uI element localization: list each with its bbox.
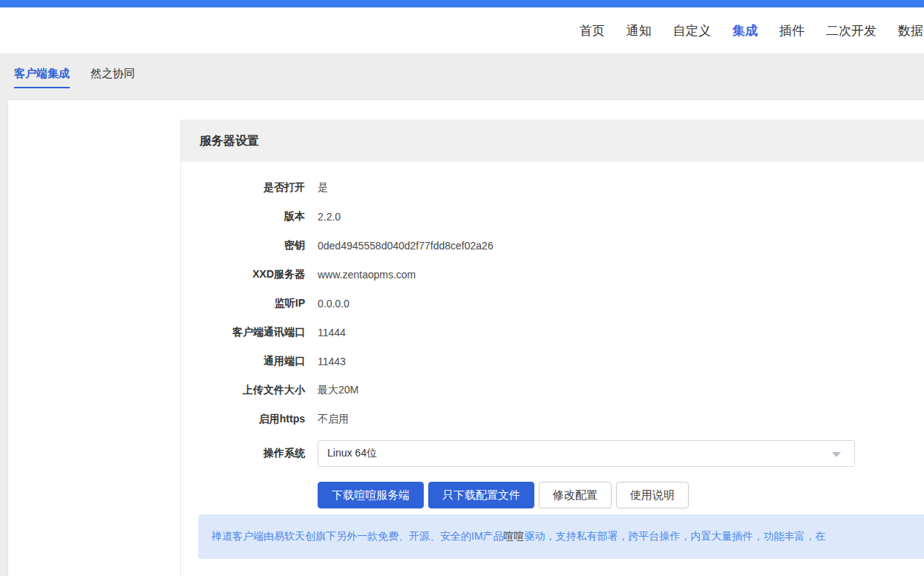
nav-item-extension[interactable]: 插件 [779, 22, 805, 39]
usage-help-button[interactable]: 使用说明 [616, 482, 689, 508]
content-panel: 服务器设置 是否打开 是 版本 2.2.0 密钥 0ded4945558d040… [7, 99, 924, 576]
field-value: 0.0.0.0 [318, 298, 350, 310]
nav-item-home[interactable]: 首页 [580, 22, 605, 39]
field-label: 监听IP [181, 297, 305, 310]
notice-text-after: 驱动，支持私有部署，跨平台操作，内置大量插件，功能丰富，在 [525, 530, 826, 543]
field-label: 启用https [181, 413, 305, 426]
form-row-version: 版本 2.2.0 [181, 202, 924, 231]
action-buttons: 下载喧喧服务端 只下载配置文件 修改配置 使用说明 [318, 482, 924, 508]
tab-client-integration[interactable]: 客户端集成 [14, 66, 70, 88]
field-label: 是否打开 [181, 181, 305, 194]
main-navbar: 首页 通知 自定义 集成 插件 二次开发 数据 [0, 7, 924, 53]
form-row-xxd-server: XXD服务器 www.zentaopms.com [181, 260, 924, 289]
field-label: 操作系统 [181, 447, 305, 460]
server-settings-form: 是否打开 是 版本 2.2.0 密钥 0ded4945558d040d2f77f… [181, 162, 924, 559]
form-row-upload-size: 上传文件大小 最大20M [181, 376, 924, 405]
field-value: 2.2.0 [318, 211, 341, 223]
form-row-key: 密钥 0ded4945558d040d2f77fdd8cef02a26 [181, 231, 924, 260]
main-content: 服务器设置 是否打开 是 版本 2.2.0 密钥 0ded4945558d040… [180, 120, 924, 576]
notice-highlight: 喧喧 [504, 530, 525, 543]
card-header: 服务器设置 [181, 120, 924, 162]
nav-item-integration[interactable]: 集成 [733, 22, 758, 39]
field-value: 是 [318, 181, 328, 194]
form-row-chat-port: 客户端通讯端口 11444 [181, 318, 924, 347]
field-value: 不启用 [318, 413, 349, 426]
field-label: 密钥 [181, 239, 305, 252]
info-notice: 禅道客户端由易软天创旗下另外一款免费、开源、安全的IM产品喧喧驱动，支持私有部署… [198, 514, 924, 559]
edit-config-button[interactable]: 修改配置 [539, 482, 612, 508]
nav-item-custom[interactable]: 自定义 [673, 22, 711, 39]
nav-item-notice[interactable]: 通知 [626, 22, 652, 39]
form-row-https: 启用https 不启用 [181, 405, 924, 433]
os-select-value: Linux 64位 [327, 447, 377, 460]
field-value: 11443 [318, 356, 346, 367]
form-row-os: 操作系统 Linux 64位 [181, 440, 924, 467]
left-sidebar [8, 100, 180, 576]
field-value: 0ded4945558d040d2f77fdd8cef02a26 [318, 240, 494, 252]
field-label: 客户端通讯端口 [181, 326, 305, 339]
chevron-down-icon [832, 452, 841, 457]
nav-item-data[interactable]: 数据 [898, 22, 923, 39]
download-server-button[interactable]: 下载喧喧服务端 [318, 482, 424, 508]
os-select[interactable]: Linux 64位 [318, 440, 855, 467]
field-value: 11444 [318, 327, 346, 338]
main-nav-items: 首页 通知 自定义 集成 插件 二次开发 数据 [580, 7, 923, 53]
notice-text-before: 禅道客户端由易软天创旗下另外一款免费、开源、安全的IM产品 [212, 530, 504, 543]
field-value: www.zentaopms.com [318, 269, 416, 281]
form-row-listen-ip: 监听IP 0.0.0.0 [181, 289, 924, 318]
form-row-open: 是否打开 是 [181, 173, 924, 202]
field-label: XXD服务器 [181, 268, 305, 281]
download-config-button[interactable]: 只下载配置文件 [428, 482, 534, 508]
field-label: 通用端口 [181, 355, 305, 368]
field-label: 上传文件大小 [181, 384, 305, 397]
top-accent-bar [0, 0, 924, 7]
field-value: 最大20M [318, 384, 358, 397]
sub-tabbar: 客户端集成 然之协同 [0, 53, 924, 99]
tab-ranzhi[interactable]: 然之协同 [91, 66, 135, 87]
form-row-common-port: 通用端口 11443 [181, 347, 924, 376]
nav-item-dev[interactable]: 二次开发 [826, 22, 877, 39]
card-title: 服务器设置 [200, 134, 259, 147]
field-label: 版本 [181, 210, 305, 223]
